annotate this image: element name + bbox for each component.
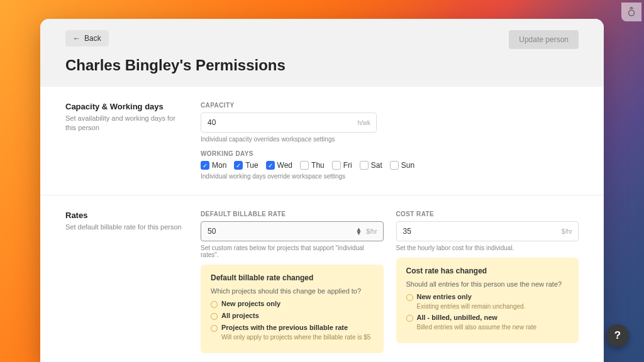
capacity-section: Capacity & Working days Set availability…	[40, 87, 604, 195]
billable-alert-question: Which projects should this change be app…	[211, 287, 374, 295]
radio-icon	[211, 301, 218, 308]
billable-suffix: $/hr	[366, 228, 377, 235]
checkbox-icon	[300, 161, 309, 170]
day-label: Sun	[401, 161, 414, 170]
working-day-thu[interactable]: Thu	[300, 161, 325, 170]
radio-icon	[406, 294, 413, 301]
capacity-input[interactable]	[201, 112, 377, 133]
permissions-modal: ← Back Update person Charles Bingley's P…	[40, 19, 604, 362]
checkbox-icon	[390, 161, 399, 170]
radio-option[interactable]: Projects with the previous billable rate	[211, 324, 374, 332]
update-person-button[interactable]: Update person	[509, 30, 579, 49]
working-day-sun[interactable]: Sun	[390, 161, 414, 170]
checkbox-icon	[360, 161, 369, 170]
radio-label: New entries only	[417, 293, 472, 300]
radio-label: Projects with the previous billable rate	[221, 324, 348, 331]
radio-icon	[211, 313, 218, 320]
cost-rate-input[interactable]	[396, 221, 579, 241]
page-title: Charles Bingley's Permissions	[65, 57, 579, 74]
capacity-field-label: CAPACITY	[201, 102, 579, 109]
working-day-fri[interactable]: Fri	[332, 161, 352, 170]
day-label: Mon	[212, 161, 226, 170]
day-label: Wed	[277, 161, 292, 170]
capacity-help: Individual capacity overrides workspace …	[201, 136, 579, 143]
cost-help: Set the hourly labor cost for this indiv…	[396, 244, 579, 251]
radio-label: All projects	[221, 312, 259, 319]
back-label: Back	[84, 34, 101, 43]
radio-label: All - billed, unbilled, new	[417, 314, 497, 321]
radio-option[interactable]: New entries only	[406, 293, 569, 301]
day-label: Thu	[311, 161, 325, 170]
radio-help: Will only apply to projects where the bi…	[221, 334, 374, 341]
working-days-help: Individual working days override workspa…	[201, 173, 579, 180]
cost-alert: Cost rate has changed Should all entries…	[396, 258, 579, 343]
radio-help: Existing entries will remain unchanged.	[417, 303, 569, 310]
day-label: Fri	[343, 161, 352, 170]
billable-alert: Default billable rate changed Which proj…	[201, 265, 384, 353]
capacity-title: Capacity & Working days	[65, 102, 188, 111]
help-button[interactable]: ?	[606, 324, 629, 347]
modal-header: ← Back Update person Charles Bingley's P…	[40, 19, 604, 87]
radio-option[interactable]: All projects	[211, 312, 374, 320]
radio-option[interactable]: New projects only	[211, 300, 374, 308]
back-button[interactable]: ← Back	[65, 30, 109, 47]
checkbox-icon: ✓	[266, 161, 275, 170]
rates-desc: Set default billable rate for this perso…	[65, 222, 188, 232]
cost-suffix: $/hr	[562, 228, 572, 235]
radio-option[interactable]: All - billed, unbilled, new	[406, 314, 569, 322]
arrow-left-icon: ←	[73, 34, 80, 43]
radio-icon	[406, 315, 413, 322]
working-days-label: WORKING DAYS	[201, 150, 579, 157]
checkbox-icon: ✓	[201, 161, 209, 170]
capacity-suffix: h/wk	[357, 119, 370, 126]
question-icon: ?	[614, 329, 621, 342]
radio-label: New projects only	[221, 300, 280, 307]
modal-body[interactable]: Capacity & Working days Set availability…	[40, 87, 604, 362]
billable-help: Set custom rates below for projects that…	[201, 244, 384, 258]
svg-point-0	[629, 10, 635, 16]
radio-help: Billed entries will also assume the new …	[417, 324, 569, 331]
day-label: Tue	[245, 161, 258, 170]
radio-icon	[211, 325, 218, 332]
checkbox-icon	[332, 161, 341, 170]
stepper-icon[interactable]: ▲▼	[356, 228, 362, 235]
checkbox-icon: ✓	[234, 161, 243, 170]
cost-alert-title: Cost rate has changed	[406, 266, 569, 275]
rates-title: Rates	[65, 211, 188, 220]
day-label: Sat	[371, 161, 382, 170]
working-day-wed[interactable]: ✓Wed	[266, 161, 292, 170]
billable-alert-title: Default billable rate changed	[211, 273, 374, 282]
app-corner-icon	[621, 3, 641, 21]
billable-rate-label: DEFAULT BILLABLE RATE	[201, 211, 384, 217]
rates-section: Rates Set default billable rate for this…	[40, 195, 604, 362]
working-day-mon[interactable]: ✓Mon	[201, 161, 226, 170]
working-day-sat[interactable]: Sat	[360, 161, 382, 170]
cost-rate-label: COST RATE	[396, 211, 579, 217]
capacity-desc: Set availability and working days for th…	[65, 114, 188, 133]
cost-alert-question: Should all entries for this person use t…	[406, 280, 569, 288]
working-day-tue[interactable]: ✓Tue	[234, 161, 258, 170]
